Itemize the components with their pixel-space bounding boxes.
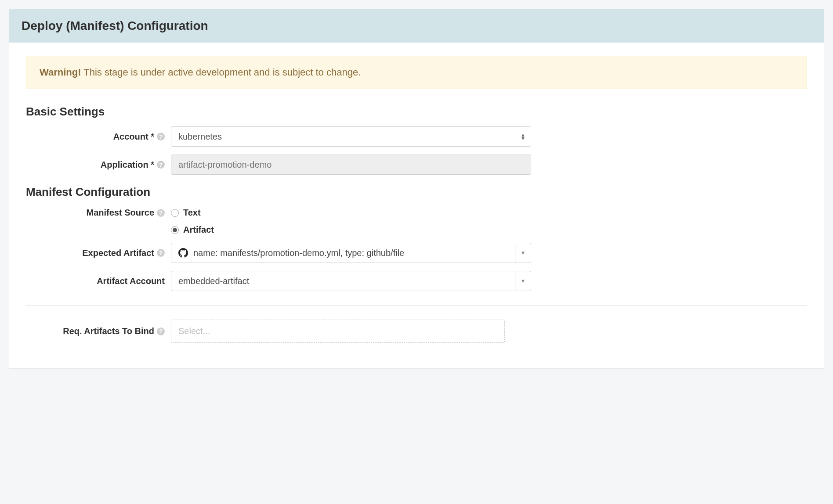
config-panel: Deploy (Manifest) Configuration Warning!… — [9, 9, 824, 369]
warning-text: This stage is under active development a… — [83, 67, 361, 78]
account-label: Account * ? — [26, 132, 171, 142]
artifact-account-label-text: Artifact Account — [97, 276, 165, 286]
help-icon[interactable]: ? — [157, 133, 165, 140]
application-label-text: Application * — [101, 160, 154, 170]
application-label: Application * ? — [26, 160, 171, 170]
manifest-config-heading: Manifest Configuration — [26, 185, 807, 199]
github-icon — [178, 248, 188, 258]
req-artifacts-multiselect[interactable]: Select... — [171, 320, 505, 343]
manifest-source-label: Manifest Source ? — [26, 207, 171, 218]
chevron-down-icon: ▼ — [515, 243, 531, 263]
divider — [26, 305, 807, 306]
req-artifacts-placeholder: Select... — [178, 326, 210, 336]
req-artifacts-label: Req. Artifacts To Bind ? — [26, 326, 171, 336]
application-field: artifact-promotion-demo — [171, 155, 531, 175]
radio-artifact[interactable]: Artifact — [171, 225, 531, 235]
radio-artifact-label: Artifact — [183, 225, 214, 235]
req-artifacts-label-text: Req. Artifacts To Bind — [63, 326, 154, 336]
panel-title: Deploy (Manifest) Configuration — [9, 9, 824, 43]
account-select[interactable]: kubernetes ▲▼ — [171, 126, 531, 147]
basic-settings-heading: Basic Settings — [26, 105, 807, 119]
radio-icon — [171, 226, 179, 234]
manifest-source-row: Manifest Source ? Text Artifact — [26, 207, 807, 235]
help-icon[interactable]: ? — [157, 328, 165, 335]
help-icon[interactable]: ? — [157, 249, 165, 257]
help-icon[interactable]: ? — [157, 209, 165, 217]
expected-artifact-row: Expected Artifact ? name: manifests/prom… — [26, 243, 807, 263]
account-row: Account * ? kubernetes ▲▼ — [26, 126, 807, 147]
artifact-account-select[interactable]: embedded-artifact ▼ — [171, 271, 531, 291]
radio-text-label: Text — [183, 208, 201, 218]
warning-alert: Warning! This stage is under active deve… — [26, 56, 807, 89]
panel-body: Warning! This stage is under active deve… — [9, 43, 824, 368]
warning-prefix: Warning! — [40, 67, 81, 78]
artifact-account-row: Artifact Account embedded-artifact ▼ — [26, 271, 807, 291]
manifest-source-label-text: Manifest Source — [87, 208, 154, 218]
expected-artifact-value: name: manifests/promotion-demo.yml, type… — [193, 248, 404, 258]
req-artifacts-row: Req. Artifacts To Bind ? Select... — [26, 320, 807, 343]
expected-artifact-label-text: Expected Artifact — [82, 248, 154, 258]
sort-icon: ▲▼ — [521, 133, 525, 140]
account-label-text: Account * — [113, 132, 154, 142]
radio-icon — [171, 209, 179, 217]
expected-artifact-label: Expected Artifact ? — [26, 248, 171, 258]
manifest-source-radio-group: Text Artifact — [171, 207, 531, 235]
artifact-account-label: Artifact Account — [26, 276, 171, 286]
chevron-down-icon: ▼ — [515, 271, 531, 291]
account-select-value: kubernetes — [178, 132, 222, 142]
expected-artifact-select[interactable]: name: manifests/promotion-demo.yml, type… — [171, 243, 531, 263]
application-row: Application * ? artifact-promotion-demo — [26, 155, 807, 175]
radio-text[interactable]: Text — [171, 208, 531, 218]
application-value: artifact-promotion-demo — [178, 160, 272, 170]
artifact-account-value: embedded-artifact — [178, 276, 249, 286]
help-icon[interactable]: ? — [157, 161, 165, 169]
